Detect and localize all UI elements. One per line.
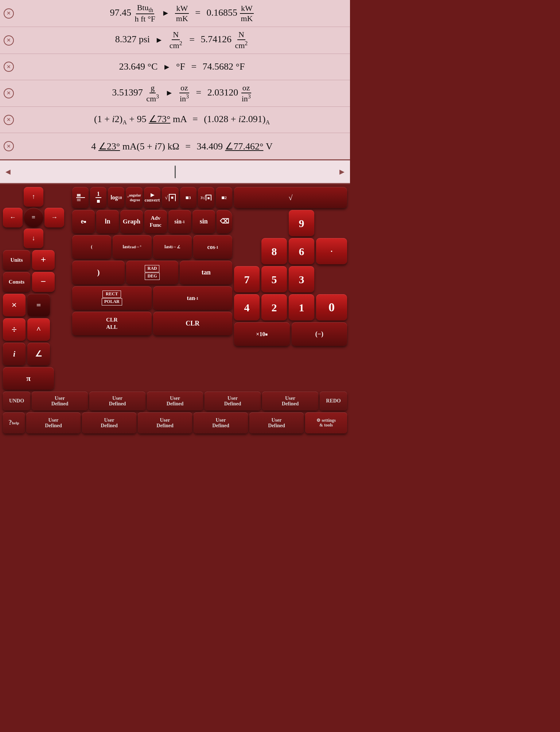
close-btn-6[interactable]: ✕: [4, 141, 14, 151]
scroll-right[interactable]: ▶: [336, 166, 348, 178]
key-0[interactable]: 0: [316, 294, 347, 320]
lparen-key[interactable]: (: [72, 235, 111, 259]
key-5[interactable]: 5: [261, 266, 287, 292]
svg-rect-0: [77, 194, 81, 196]
angle-key[interactable]: ∠: [27, 343, 50, 365]
arctan-key[interactable]: tan-1: [153, 286, 233, 310]
equals-big-key[interactable]: =: [27, 294, 50, 316]
pi-key[interactable]: π: [3, 367, 54, 390]
user-def-7[interactable]: UserDefined: [82, 412, 136, 433]
square-key[interactable]: ■2: [216, 187, 232, 208]
down-arrow-key[interactable]: ↓: [24, 229, 43, 248]
minus-key[interactable]: −: [32, 272, 55, 292]
close-btn-1[interactable]: ✕: [4, 8, 14, 19]
up-arrow-key[interactable]: ↑: [24, 187, 43, 207]
close-btn-5[interactable]: ✕: [4, 115, 14, 125]
user-def-1[interactable]: UserDefined: [32, 392, 88, 410]
expr-1: 97.45 Btuthh ft °F ► kWmK = 0.16855 kWmK: [18, 3, 346, 24]
key-6[interactable]: 6: [289, 238, 314, 264]
close-btn-2[interactable]: ✕: [4, 35, 14, 46]
arccos-key[interactable]: cos-1: [193, 235, 232, 259]
tan-key[interactable]: tan: [180, 261, 232, 284]
consts-key[interactable]: Consts: [3, 272, 30, 292]
user-def-2[interactable]: UserDefined: [89, 392, 145, 410]
negate-key[interactable]: (−): [292, 322, 347, 346]
rect-polar-key[interactable]: RECT POLAR: [72, 286, 152, 310]
key-8[interactable]: 8: [261, 238, 287, 264]
key-dot[interactable]: ·: [316, 238, 347, 264]
log10-key[interactable]: log10: [108, 187, 124, 208]
user-def-6[interactable]: UserDefined: [26, 412, 81, 433]
angular-degree-key[interactable]: °angulardegree: [126, 187, 142, 208]
sin-key[interactable]: sin: [192, 210, 215, 233]
user-def-5[interactable]: UserDefined: [262, 392, 318, 410]
help-key[interactable]: ?help: [3, 412, 25, 433]
cube-key[interactable]: ■3: [180, 187, 197, 208]
times-key[interactable]: ×: [3, 294, 26, 316]
user-def-4[interactable]: UserDefined: [205, 392, 261, 410]
graph-key[interactable]: Graph: [120, 210, 143, 233]
display-row-2: ✕ 8.327 psi ► Ncm2 = 5.74126 Ncm2: [0, 27, 350, 54]
clr-all-key[interactable]: CLRALL: [72, 312, 152, 335]
expr-2: 8.327 psi ► Ncm2 = 5.74126 Ncm2: [18, 30, 346, 50]
display-area: ✕ 97.45 Btuthh ft °F ► kWmK = 0.16855 kW…: [0, 0, 350, 160]
display-row-5: ✕ (1 + i2)A + 95 ∠73° mA = (1.028 + i2.0…: [0, 107, 350, 133]
recip-key[interactable]: 1 ■: [90, 187, 106, 208]
key-7[interactable]: 7: [234, 266, 260, 292]
svg-rect-2: [77, 199, 81, 201]
display-row-3: ✕ 23.649 °C ► °F = 74.5682 °F: [0, 54, 350, 80]
frac-key[interactable]: [72, 187, 89, 208]
keyboard: ↑ ← = → ↓ Units Consts + −: [0, 184, 350, 436]
settings-key[interactable]: ⚙ settings& tools: [305, 412, 347, 433]
equals-dpad-key[interactable]: =: [24, 208, 43, 227]
display-row-6: ✕ 4 ∠23° mA(5 + i7) kΩ = 34.409 ∠77.462°…: [0, 133, 350, 159]
close-btn-4[interactable]: ✕: [4, 88, 14, 98]
user-def-9[interactable]: UserDefined: [194, 412, 248, 433]
undo-key[interactable]: UNDO: [3, 392, 30, 410]
arcsin-key[interactable]: sin-1: [168, 210, 191, 233]
text-cursor: [175, 166, 176, 178]
display-row-1: ✕ 97.45 Btuthh ft °F ► kWmK = 0.16855 kW…: [0, 0, 350, 27]
divide-key[interactable]: ÷: [3, 318, 26, 341]
expr-6: 4 ∠23° mA(5 + i7) kΩ = 34.409 ∠77.462° V: [18, 141, 346, 152]
key-2[interactable]: 2: [261, 294, 287, 320]
sqrt-box-key[interactable]: √■: [162, 187, 178, 208]
exp-key[interactable]: e■: [72, 210, 95, 233]
units-key[interactable]: Units: [3, 250, 30, 270]
key-3[interactable]: 3: [289, 266, 314, 292]
scroll-left[interactable]: ◀: [2, 166, 14, 178]
last-rad-key[interactable]: lastrad↔°: [113, 235, 152, 259]
close-btn-3[interactable]: ✕: [4, 62, 14, 72]
power-key[interactable]: ^: [27, 318, 50, 341]
adv-func-key[interactable]: AdvFunc: [144, 210, 167, 233]
rparen-key[interactable]: ): [72, 261, 125, 284]
expr-5: (1 + i2)A + 95 ∠73° mA = (1.028 + i2.091…: [18, 113, 346, 126]
plus-key[interactable]: +: [32, 250, 55, 270]
left-arrow-key[interactable]: ←: [3, 208, 23, 227]
convert-key[interactable]: ▶ convert: [144, 187, 161, 208]
key-1[interactable]: 1: [289, 294, 314, 320]
key-9[interactable]: 9: [289, 210, 314, 236]
sqrt-standalone-key[interactable]: √: [234, 187, 347, 208]
clr-key[interactable]: CLR: [153, 312, 233, 335]
expr-3: 23.649 °C ► °F = 74.5682 °F: [18, 61, 346, 72]
backspace-key[interactable]: ⌫: [217, 210, 232, 233]
expr-4: 3.51397 gcm3 ► ozin3 = 2.03120 ozin3: [18, 83, 346, 104]
imaginary-key[interactable]: i: [3, 343, 26, 365]
user-def-3[interactable]: UserDefined: [147, 392, 203, 410]
key-4[interactable]: 4: [234, 294, 260, 320]
right-arrow-key[interactable]: →: [44, 208, 64, 227]
ln-key[interactable]: ln: [96, 210, 119, 233]
times10-key[interactable]: ×10■: [234, 322, 290, 346]
cbrt-key[interactable]: 3√■: [198, 187, 214, 208]
input-bar[interactable]: ◀ ▶: [0, 160, 350, 184]
user-def-8[interactable]: UserDefined: [138, 412, 192, 433]
display-row-4: ✕ 3.51397 gcm3 ► ozin3 = 2.03120 ozin3: [0, 80, 350, 107]
user-def-10[interactable]: UserDefined: [249, 412, 304, 433]
redo-key[interactable]: REDO: [320, 392, 347, 410]
last-i-key[interactable]: lasti↔∠: [153, 235, 192, 259]
rad-deg-key[interactable]: RAD DEG: [126, 261, 179, 284]
